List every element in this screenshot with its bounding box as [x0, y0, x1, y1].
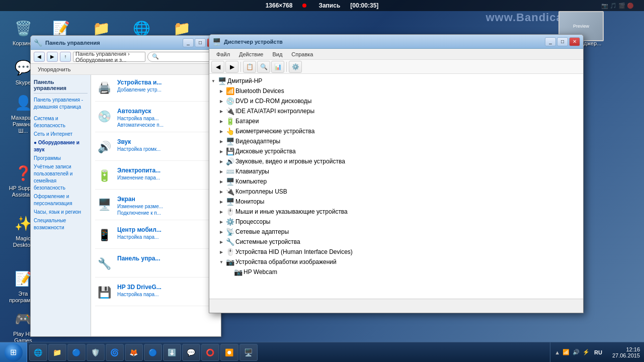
video-expander[interactable]: ▶: [217, 137, 225, 145]
cp-sidebar-appearance[interactable]: Оформление и персонализация: [34, 193, 88, 207]
bluetooth-expander[interactable]: ▶: [217, 87, 225, 95]
imaging-expander[interactable]: ▼: [217, 258, 225, 266]
tree-usb-item[interactable]: ▶ 🔌 Контроллеры USB: [209, 187, 583, 197]
usb-expander[interactable]: ▶: [217, 188, 225, 196]
tree-bluetooth-item[interactable]: ▶ 📶 Bluetooth Devices: [209, 86, 583, 96]
dm-menu-action[interactable]: Действие: [235, 50, 267, 58]
tree-keyboard-item[interactable]: ▶ ⌨️ Клавиатуры: [209, 166, 583, 176]
tray-arrow[interactable]: ▲: [554, 349, 560, 355]
dm-close-button[interactable]: ✕: [569, 37, 580, 46]
tree-root-item[interactable]: ▼ 🖥️ Дмитрий-HP: [209, 76, 583, 86]
cp-menu-organize[interactable]: Упорядочить: [34, 65, 74, 73]
hid-expander[interactable]: ▶: [217, 248, 225, 256]
taskbar-item-recstop[interactable]: ⏺️: [220, 344, 238, 361]
cp-search-box[interactable]: 🔍: [147, 52, 218, 62]
ide-expander[interactable]: ▶: [217, 107, 225, 115]
netadapter-expander[interactable]: ▶: [217, 228, 225, 236]
taskbar-item-app1[interactable]: 🌀: [106, 344, 124, 361]
taskbar-item-hp[interactable]: 🔵: [67, 344, 86, 361]
cp-screen-desc2[interactable]: Подключение к п...: [117, 210, 217, 216]
disk-expander[interactable]: ▶: [217, 147, 225, 155]
sysdev-expander[interactable]: ▶: [217, 238, 225, 246]
monitors-expander[interactable]: ▶: [217, 198, 225, 206]
dm-toolbar-btn3[interactable]: 📊: [271, 61, 284, 73]
root-expander[interactable]: ▼: [209, 77, 217, 85]
dvd-expander[interactable]: ▶: [217, 97, 225, 105]
cp-devices-desc[interactable]: Добавление устр...: [117, 87, 217, 93]
taskbar-item-utorrent[interactable]: ⬇️: [163, 344, 181, 361]
tree-disk-item[interactable]: ▶ 💾 Дисковые устройства: [209, 146, 583, 156]
taskbar-item-opera[interactable]: ⭕: [201, 344, 219, 361]
cp-back-button[interactable]: ◀: [34, 52, 45, 62]
tree-netadapter-item[interactable]: ▶ 📡 Сетевые адаптеры: [209, 227, 583, 237]
cp-sound-title[interactable]: Звук: [117, 138, 217, 145]
cp-sidebar-accounts[interactable]: Учётные записи пользователей и семейная …: [34, 163, 88, 192]
tree-audio-item[interactable]: ▶ 🔊 Звуковые, видео и игровые устройства: [209, 156, 583, 166]
tree-biometric-item[interactable]: ▶ 👆 Биометрические устройства: [209, 126, 583, 136]
cp-forward-button[interactable]: ▶: [47, 52, 58, 62]
cp-hp3d-title[interactable]: HP 3D DriveG...: [117, 284, 217, 291]
cp-cplink-title[interactable]: Панель упра...: [117, 255, 217, 262]
tree-mice-item[interactable]: ▶ 🖱️ Мыши и иные указывающие устройства: [209, 207, 583, 217]
tree-computer-item[interactable]: ▶ 🖥️ Компьютер: [209, 176, 583, 187]
computer-expander[interactable]: ▶: [217, 177, 225, 186]
taskbar-item-defender[interactable]: 🛡️: [87, 344, 105, 361]
tree-sysdev-item[interactable]: ▶ 🔧 Системные устройства: [209, 237, 583, 247]
tree-battery-item[interactable]: ▶ 🔋 Батареи: [209, 116, 583, 126]
taskbar-clock[interactable]: 12:16 27.06.2015: [608, 346, 644, 358]
mice-expander[interactable]: ▶: [217, 208, 225, 216]
tree-imaging-item[interactable]: ▼ 📷 Устройства обработки изображений: [209, 257, 583, 267]
cpu-expander[interactable]: ▶: [217, 218, 225, 226]
cp-titlebar[interactable]: 🔧 Панель управления _ □ ✕: [31, 36, 221, 50]
cp-power-title[interactable]: Электропита...: [117, 167, 217, 174]
cp-power-desc[interactable]: Изменение пара...: [117, 175, 217, 180]
tree-dvd-item[interactable]: ▶ 💿 DVD и CD-ROM дисководы: [209, 96, 583, 106]
dm-toolbar-btn2[interactable]: 🔍: [257, 61, 270, 73]
cp-sidebar-network[interactable]: Сеть и Интернет: [34, 131, 88, 138]
audio-expander[interactable]: ▶: [217, 157, 225, 165]
tree-hid-item[interactable]: ▶ 🖱️ Устройства HID (Human Interface Dev…: [209, 247, 583, 257]
taskbar-item-skype[interactable]: 💬: [182, 344, 200, 361]
cp-minimize-button[interactable]: _: [183, 38, 194, 47]
dm-menu-file[interactable]: Файл: [212, 50, 234, 58]
tree-webcam-item[interactable]: 📷 HP Webcam: [209, 267, 583, 277]
keyboard-expander[interactable]: ▶: [217, 167, 225, 175]
dm-forward-button[interactable]: ▶: [225, 61, 238, 73]
cp-up-button[interactable]: ↑: [60, 52, 71, 62]
cp-sidebar-system[interactable]: Система и безопасность: [34, 115, 88, 129]
battery-expander[interactable]: ▶: [217, 117, 225, 125]
cp-sound-desc[interactable]: Настройка громк...: [117, 146, 217, 152]
cp-autorun-title[interactable]: Автозапуск: [117, 108, 217, 115]
cp-sidebar-clock[interactable]: Часы, язык и регион: [34, 209, 88, 216]
dm-menu-view[interactable]: Вид: [268, 50, 286, 58]
dm-maximize-button[interactable]: □: [557, 37, 568, 46]
tree-monitors-item[interactable]: ▶ 🖥️ Мониторы: [209, 197, 583, 207]
taskbar-item-firefox[interactable]: 🦊: [125, 344, 143, 361]
cp-mobile-title[interactable]: Центр мобил...: [117, 226, 217, 233]
tree-ide-item[interactable]: ▶ 🔌 IDE ATA/ATAPI контроллеры: [209, 106, 583, 116]
taskbar-item-folder[interactable]: 📁: [48, 344, 66, 361]
taskbar-item-chrome[interactable]: 🔵: [144, 344, 162, 361]
taskbar-item-ie[interactable]: 🌐: [29, 344, 47, 361]
tree-video-item[interactable]: ▶ 🖥️ Видеоадаптеры: [209, 136, 583, 146]
cp-mobile-desc[interactable]: Настройка пара...: [117, 234, 217, 240]
cp-screen-desc1[interactable]: Изменение разме...: [117, 204, 217, 209]
cp-screen-title[interactable]: Экран: [117, 196, 217, 203]
cp-sidebar-access[interactable]: Специальные возможности: [34, 217, 88, 231]
cp-devices-title[interactable]: Устройства и...: [117, 79, 217, 86]
dm-back-button[interactable]: ◀: [211, 61, 224, 73]
dm-minimize-button[interactable]: _: [545, 37, 556, 46]
dm-menu-help[interactable]: Справка: [287, 50, 317, 58]
cp-sidebar-hardware[interactable]: ● Оборудование и звук: [34, 139, 88, 153]
dm-toolbar-btn1[interactable]: 📋: [243, 61, 256, 73]
cp-autorun-desc1[interactable]: Настройка пара...: [117, 116, 217, 121]
taskbar-item-dmgr[interactable]: 🖥️: [239, 344, 258, 361]
tray-lang[interactable]: RU: [592, 349, 604, 355]
cp-autorun-desc2[interactable]: Автоматическое п...: [117, 122, 217, 128]
cp-address-path[interactable]: Панель управления › Оборудование и з...: [73, 52, 145, 62]
dm-titlebar[interactable]: 🖥️ Диспетчер устройств _ □ ✕: [209, 35, 583, 49]
cp-hp3d-desc[interactable]: Настройка пара...: [117, 292, 217, 297]
biometric-expander[interactable]: ▶: [217, 127, 225, 135]
cp-maximize-button[interactable]: □: [195, 38, 206, 47]
tree-cpu-item[interactable]: ▶ ⚙️ Процессоры: [209, 217, 583, 227]
